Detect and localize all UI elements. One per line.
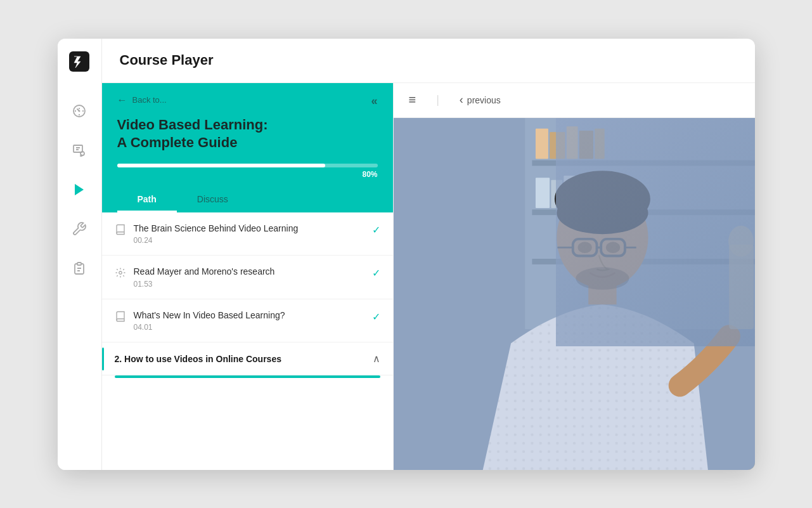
back-label: Back to... bbox=[132, 95, 167, 105]
progress-bar-fill bbox=[117, 164, 326, 167]
list-item[interactable]: The Brain Science Behind Video Learning … bbox=[102, 212, 393, 256]
section-title: 2. How to use Videos in Online Courses bbox=[115, 354, 281, 364]
video-nav: ≡ | ‹ previous bbox=[394, 83, 755, 118]
page-title: Course Player bbox=[120, 52, 214, 68]
video-thumbnail bbox=[394, 118, 755, 470]
course-list: The Brain Science Behind Video Learning … bbox=[102, 212, 393, 470]
svg-rect-3 bbox=[74, 145, 82, 152]
course-sidebar: ← Back to... Video Based Learning:A Comp… bbox=[102, 83, 394, 470]
back-link[interactable]: ← Back to... bbox=[117, 94, 378, 106]
check-icon: ✓ bbox=[372, 224, 380, 236]
wrench-icon[interactable] bbox=[65, 215, 93, 243]
item-title: The Brain Science Behind Video Learning bbox=[134, 223, 364, 235]
top-header: Course Player bbox=[102, 39, 755, 83]
check-icon: ✓ bbox=[372, 267, 380, 279]
item-duration: 01.53 bbox=[134, 280, 364, 289]
video-container[interactable] bbox=[394, 118, 755, 470]
item-title: What's New In Video Based Learning? bbox=[134, 309, 364, 322]
item-content: The Brain Science Behind Video Learning … bbox=[134, 223, 364, 245]
tab-path[interactable]: Path bbox=[117, 188, 177, 212]
svg-point-7 bbox=[119, 271, 122, 275]
certificate-icon[interactable] bbox=[65, 136, 93, 164]
task-icon bbox=[115, 267, 126, 281]
app-logo[interactable] bbox=[69, 51, 89, 74]
sidebar bbox=[58, 39, 102, 470]
svg-rect-6 bbox=[77, 263, 81, 265]
book-icon bbox=[115, 311, 126, 325]
svg-marker-5 bbox=[75, 184, 84, 195]
course-header: ← Back to... Video Based Learning:A Comp… bbox=[102, 83, 393, 212]
chevron-up-icon: ∧ bbox=[373, 353, 380, 365]
book-icon bbox=[115, 224, 126, 238]
play-icon[interactable] bbox=[65, 176, 93, 204]
progress-area: 80% bbox=[117, 164, 378, 179]
bookshelf-background bbox=[556, 118, 755, 347]
svg-point-2 bbox=[79, 110, 81, 112]
speedometer-icon[interactable] bbox=[65, 97, 93, 125]
nav-divider: | bbox=[436, 93, 439, 107]
progress-bar-background bbox=[117, 164, 378, 167]
course-area: ← Back to... Video Based Learning:A Comp… bbox=[102, 83, 755, 470]
section-accent-bar bbox=[115, 375, 380, 378]
item-content: Read Mayer and Moreno's research 01.53 bbox=[134, 266, 364, 289]
item-duration: 04.01 bbox=[134, 323, 364, 332]
chevron-left-icon: ‹ bbox=[460, 93, 463, 107]
course-title: Video Based Learning:A Complete Guide bbox=[117, 116, 378, 152]
section-header[interactable]: 2. How to use Videos in Online Courses ∧ bbox=[102, 342, 393, 375]
app-container: Course Player ← Back to... Video Based L… bbox=[58, 39, 755, 470]
item-duration: 00.24 bbox=[134, 236, 364, 245]
svg-rect-13 bbox=[535, 128, 548, 159]
list-item[interactable]: What's New In Video Based Learning? 04.0… bbox=[102, 299, 393, 343]
item-content: What's New In Video Based Learning? 04.0… bbox=[134, 309, 364, 332]
clipboard-icon[interactable] bbox=[65, 254, 93, 282]
progress-label: 80% bbox=[117, 170, 378, 179]
back-arrow-icon: ← bbox=[117, 94, 127, 106]
previous-button[interactable]: ‹ previous bbox=[460, 93, 501, 107]
svg-rect-18 bbox=[535, 178, 549, 208]
video-panel: ≡ | ‹ previous bbox=[394, 83, 755, 470]
previous-label: previous bbox=[467, 95, 501, 105]
course-tabs: Path Discuss bbox=[117, 188, 378, 212]
item-title: Read Mayer and Moreno's research bbox=[134, 266, 364, 278]
tab-discuss[interactable]: Discuss bbox=[177, 188, 248, 212]
check-icon: ✓ bbox=[372, 311, 380, 323]
section-indicator bbox=[102, 348, 104, 370]
list-item[interactable]: Read Mayer and Moreno's research 01.53 ✓ bbox=[102, 256, 393, 299]
hamburger-icon[interactable]: ≡ bbox=[409, 93, 416, 107]
main-content: Course Player ← Back to... Video Based L… bbox=[102, 39, 755, 470]
collapse-sidebar-icon[interactable]: « bbox=[371, 94, 377, 108]
